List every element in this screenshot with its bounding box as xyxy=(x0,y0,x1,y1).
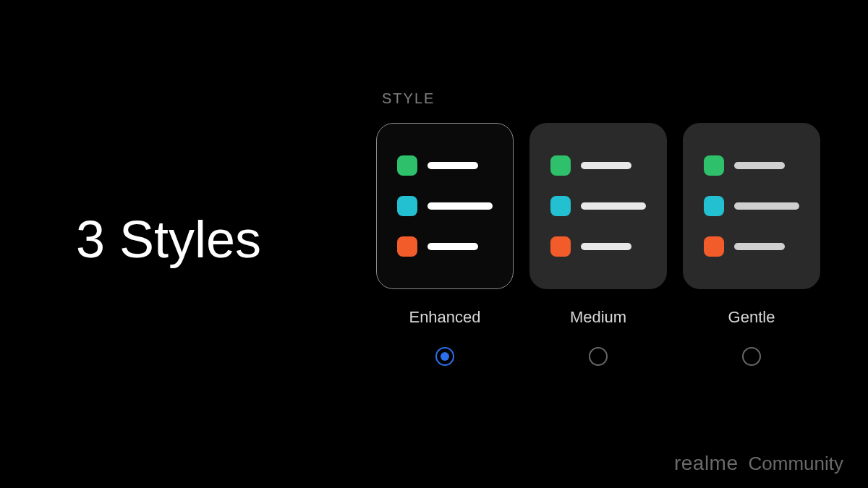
style-card-gentle xyxy=(683,123,820,289)
style-option-enhanced[interactable]: Enhanced xyxy=(376,123,514,366)
icon-row xyxy=(397,155,493,176)
list-bar-icon xyxy=(734,243,785,250)
list-bar-icon xyxy=(427,243,478,250)
icon-row xyxy=(397,236,493,257)
style-label: Medium xyxy=(570,308,626,327)
style-card-medium xyxy=(529,123,667,289)
radio-enhanced[interactable] xyxy=(435,347,454,366)
page-title: 3 Styles xyxy=(76,210,261,269)
swatch-cyan-icon xyxy=(704,196,724,216)
icon-row xyxy=(550,196,646,216)
icon-row xyxy=(397,196,493,216)
icon-row xyxy=(550,236,646,257)
style-section-label: STYLE xyxy=(382,90,435,107)
list-bar-icon xyxy=(734,162,785,169)
icon-row xyxy=(704,236,799,257)
swatch-orange-icon xyxy=(704,236,724,257)
style-options-row: Enhanced Medium xyxy=(376,123,820,366)
style-option-medium[interactable]: Medium xyxy=(529,123,667,366)
swatch-green-icon xyxy=(550,155,571,176)
brand-subtext: Community xyxy=(749,453,843,475)
brand-logo-text: realme xyxy=(674,452,739,475)
style-label: Gentle xyxy=(728,308,775,327)
swatch-cyan-icon xyxy=(550,196,571,216)
swatch-orange-icon xyxy=(550,236,571,257)
list-bar-icon xyxy=(427,202,493,210)
swatch-cyan-icon xyxy=(397,196,417,216)
radio-medium[interactable] xyxy=(589,347,608,366)
icon-row xyxy=(704,155,799,176)
style-card-enhanced xyxy=(376,123,514,289)
icon-row xyxy=(550,155,646,176)
list-bar-icon xyxy=(581,162,631,169)
swatch-green-icon xyxy=(704,155,724,176)
style-label: Enhanced xyxy=(409,308,480,327)
list-bar-icon xyxy=(581,202,646,210)
swatch-green-icon xyxy=(397,155,417,176)
list-bar-icon xyxy=(427,162,478,169)
list-bar-icon xyxy=(581,243,631,250)
icon-row xyxy=(704,196,799,216)
watermark: realme Community xyxy=(674,452,843,475)
list-bar-icon xyxy=(734,202,799,210)
radio-gentle[interactable] xyxy=(742,347,761,366)
swatch-orange-icon xyxy=(397,236,417,257)
style-option-gentle[interactable]: Gentle xyxy=(683,123,820,366)
